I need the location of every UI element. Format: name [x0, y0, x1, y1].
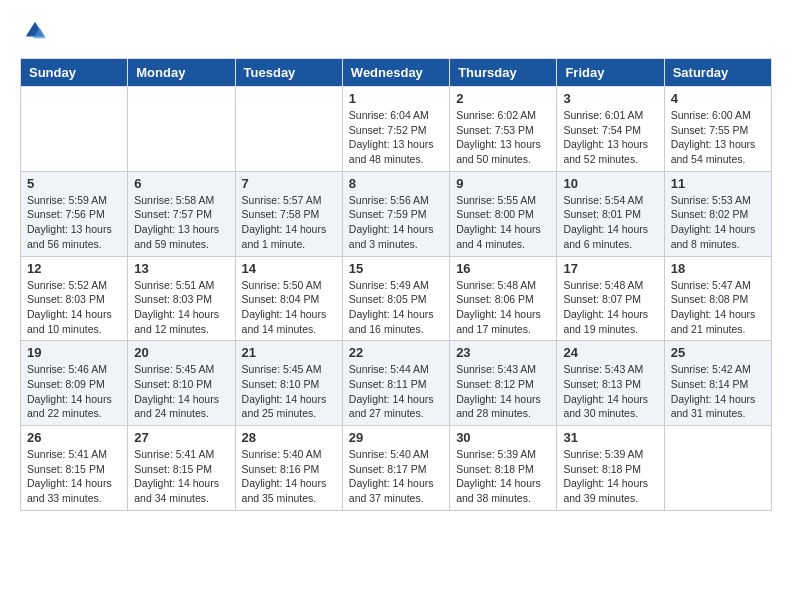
day-info: Sunrise: 6:04 AM Sunset: 7:52 PM Dayligh… [349, 108, 443, 167]
day-number: 18 [671, 261, 765, 276]
day-info: Sunrise: 5:48 AM Sunset: 8:07 PM Dayligh… [563, 278, 657, 337]
calendar-cell [664, 426, 771, 511]
day-number: 6 [134, 176, 228, 191]
day-info: Sunrise: 5:41 AM Sunset: 8:15 PM Dayligh… [134, 447, 228, 506]
calendar-cell: 9Sunrise: 5:55 AM Sunset: 8:00 PM Daylig… [450, 171, 557, 256]
calendar-cell: 25Sunrise: 5:42 AM Sunset: 8:14 PM Dayli… [664, 341, 771, 426]
day-number: 25 [671, 345, 765, 360]
day-number: 27 [134, 430, 228, 445]
day-info: Sunrise: 5:44 AM Sunset: 8:11 PM Dayligh… [349, 362, 443, 421]
day-info: Sunrise: 5:45 AM Sunset: 8:10 PM Dayligh… [134, 362, 228, 421]
calendar-cell: 26Sunrise: 5:41 AM Sunset: 8:15 PM Dayli… [21, 426, 128, 511]
day-number: 21 [242, 345, 336, 360]
calendar-cell: 4Sunrise: 6:00 AM Sunset: 7:55 PM Daylig… [664, 87, 771, 172]
day-info: Sunrise: 5:39 AM Sunset: 8:18 PM Dayligh… [456, 447, 550, 506]
day-number: 9 [456, 176, 550, 191]
day-number: 23 [456, 345, 550, 360]
calendar-table: SundayMondayTuesdayWednesdayThursdayFrid… [20, 58, 772, 511]
calendar-cell [235, 87, 342, 172]
day-info: Sunrise: 5:43 AM Sunset: 8:13 PM Dayligh… [563, 362, 657, 421]
day-number: 29 [349, 430, 443, 445]
day-info: Sunrise: 5:58 AM Sunset: 7:57 PM Dayligh… [134, 193, 228, 252]
day-number: 19 [27, 345, 121, 360]
calendar-cell: 28Sunrise: 5:40 AM Sunset: 8:16 PM Dayli… [235, 426, 342, 511]
day-info: Sunrise: 5:40 AM Sunset: 8:16 PM Dayligh… [242, 447, 336, 506]
page-header [20, 20, 772, 42]
day-info: Sunrise: 5:52 AM Sunset: 8:03 PM Dayligh… [27, 278, 121, 337]
day-info: Sunrise: 6:02 AM Sunset: 7:53 PM Dayligh… [456, 108, 550, 167]
day-info: Sunrise: 5:57 AM Sunset: 7:58 PM Dayligh… [242, 193, 336, 252]
logo [20, 20, 46, 42]
day-info: Sunrise: 5:56 AM Sunset: 7:59 PM Dayligh… [349, 193, 443, 252]
calendar-cell: 17Sunrise: 5:48 AM Sunset: 8:07 PM Dayli… [557, 256, 664, 341]
day-number: 14 [242, 261, 336, 276]
day-info: Sunrise: 5:45 AM Sunset: 8:10 PM Dayligh… [242, 362, 336, 421]
calendar-cell: 27Sunrise: 5:41 AM Sunset: 8:15 PM Dayli… [128, 426, 235, 511]
day-info: Sunrise: 5:43 AM Sunset: 8:12 PM Dayligh… [456, 362, 550, 421]
day-number: 10 [563, 176, 657, 191]
calendar-cell: 2Sunrise: 6:02 AM Sunset: 7:53 PM Daylig… [450, 87, 557, 172]
calendar-week-row: 19Sunrise: 5:46 AM Sunset: 8:09 PM Dayli… [21, 341, 772, 426]
calendar-cell [21, 87, 128, 172]
day-info: Sunrise: 5:50 AM Sunset: 8:04 PM Dayligh… [242, 278, 336, 337]
calendar-cell [128, 87, 235, 172]
day-info: Sunrise: 6:01 AM Sunset: 7:54 PM Dayligh… [563, 108, 657, 167]
day-info: Sunrise: 5:49 AM Sunset: 8:05 PM Dayligh… [349, 278, 443, 337]
calendar-cell: 3Sunrise: 6:01 AM Sunset: 7:54 PM Daylig… [557, 87, 664, 172]
day-number: 4 [671, 91, 765, 106]
calendar-day-header: Thursday [450, 59, 557, 87]
calendar-cell: 19Sunrise: 5:46 AM Sunset: 8:09 PM Dayli… [21, 341, 128, 426]
calendar-cell: 7Sunrise: 5:57 AM Sunset: 7:58 PM Daylig… [235, 171, 342, 256]
calendar-cell: 14Sunrise: 5:50 AM Sunset: 8:04 PM Dayli… [235, 256, 342, 341]
calendar-cell: 20Sunrise: 5:45 AM Sunset: 8:10 PM Dayli… [128, 341, 235, 426]
day-number: 20 [134, 345, 228, 360]
day-number: 31 [563, 430, 657, 445]
calendar-cell: 16Sunrise: 5:48 AM Sunset: 8:06 PM Dayli… [450, 256, 557, 341]
day-number: 12 [27, 261, 121, 276]
calendar-cell: 8Sunrise: 5:56 AM Sunset: 7:59 PM Daylig… [342, 171, 449, 256]
day-info: Sunrise: 6:00 AM Sunset: 7:55 PM Dayligh… [671, 108, 765, 167]
day-number: 15 [349, 261, 443, 276]
calendar-cell: 12Sunrise: 5:52 AM Sunset: 8:03 PM Dayli… [21, 256, 128, 341]
calendar-day-header: Wednesday [342, 59, 449, 87]
day-info: Sunrise: 5:59 AM Sunset: 7:56 PM Dayligh… [27, 193, 121, 252]
calendar-day-header: Sunday [21, 59, 128, 87]
day-info: Sunrise: 5:54 AM Sunset: 8:01 PM Dayligh… [563, 193, 657, 252]
day-number: 28 [242, 430, 336, 445]
calendar-day-header: Monday [128, 59, 235, 87]
day-number: 17 [563, 261, 657, 276]
day-number: 3 [563, 91, 657, 106]
calendar-day-header: Friday [557, 59, 664, 87]
day-number: 26 [27, 430, 121, 445]
calendar-cell: 23Sunrise: 5:43 AM Sunset: 8:12 PM Dayli… [450, 341, 557, 426]
calendar-cell: 30Sunrise: 5:39 AM Sunset: 8:18 PM Dayli… [450, 426, 557, 511]
calendar-week-row: 26Sunrise: 5:41 AM Sunset: 8:15 PM Dayli… [21, 426, 772, 511]
calendar-week-row: 12Sunrise: 5:52 AM Sunset: 8:03 PM Dayli… [21, 256, 772, 341]
day-number: 11 [671, 176, 765, 191]
day-number: 8 [349, 176, 443, 191]
day-number: 1 [349, 91, 443, 106]
calendar-cell: 21Sunrise: 5:45 AM Sunset: 8:10 PM Dayli… [235, 341, 342, 426]
calendar-cell: 10Sunrise: 5:54 AM Sunset: 8:01 PM Dayli… [557, 171, 664, 256]
calendar-cell: 5Sunrise: 5:59 AM Sunset: 7:56 PM Daylig… [21, 171, 128, 256]
day-info: Sunrise: 5:51 AM Sunset: 8:03 PM Dayligh… [134, 278, 228, 337]
calendar-week-row: 1Sunrise: 6:04 AM Sunset: 7:52 PM Daylig… [21, 87, 772, 172]
day-number: 5 [27, 176, 121, 191]
calendar-week-row: 5Sunrise: 5:59 AM Sunset: 7:56 PM Daylig… [21, 171, 772, 256]
logo-icon [24, 20, 46, 42]
calendar-cell: 31Sunrise: 5:39 AM Sunset: 8:18 PM Dayli… [557, 426, 664, 511]
day-number: 7 [242, 176, 336, 191]
day-number: 22 [349, 345, 443, 360]
day-info: Sunrise: 5:42 AM Sunset: 8:14 PM Dayligh… [671, 362, 765, 421]
day-info: Sunrise: 5:48 AM Sunset: 8:06 PM Dayligh… [456, 278, 550, 337]
calendar-cell: 29Sunrise: 5:40 AM Sunset: 8:17 PM Dayli… [342, 426, 449, 511]
calendar-cell: 13Sunrise: 5:51 AM Sunset: 8:03 PM Dayli… [128, 256, 235, 341]
calendar-day-header: Tuesday [235, 59, 342, 87]
day-info: Sunrise: 5:47 AM Sunset: 8:08 PM Dayligh… [671, 278, 765, 337]
day-info: Sunrise: 5:55 AM Sunset: 8:00 PM Dayligh… [456, 193, 550, 252]
calendar-cell: 15Sunrise: 5:49 AM Sunset: 8:05 PM Dayli… [342, 256, 449, 341]
day-info: Sunrise: 5:53 AM Sunset: 8:02 PM Dayligh… [671, 193, 765, 252]
calendar-cell: 6Sunrise: 5:58 AM Sunset: 7:57 PM Daylig… [128, 171, 235, 256]
calendar-cell: 1Sunrise: 6:04 AM Sunset: 7:52 PM Daylig… [342, 87, 449, 172]
day-number: 30 [456, 430, 550, 445]
